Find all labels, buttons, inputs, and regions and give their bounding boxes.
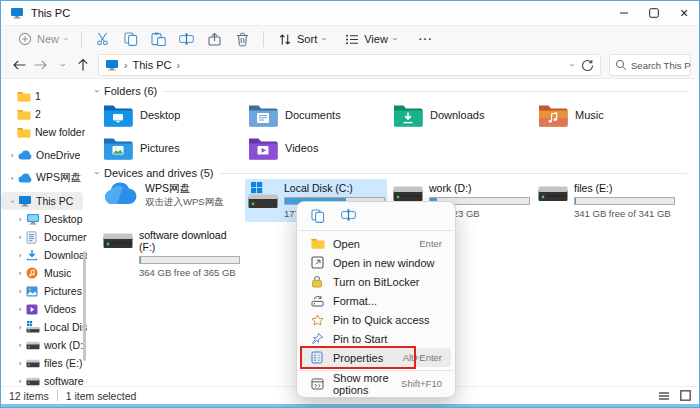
sidebar-item-software-downl[interactable]: ›software downl xyxy=(1,372,87,386)
drive-tile-wps[interactable]: WPS网盘双击进入WPS网盘 xyxy=(103,182,245,219)
sidebar-item-files-e[interactable]: ›files (E:) xyxy=(1,354,87,372)
breadcrumb-separator: › xyxy=(177,60,180,71)
sidebar-item-music[interactable]: ›Music xyxy=(1,264,87,282)
sidebar-item-label: Music xyxy=(44,267,71,279)
more-options-button[interactable]: ··· xyxy=(411,33,441,45)
chevron-right-icon[interactable]: › xyxy=(6,151,18,160)
menu-item-pin-to-quick-access[interactable]: Pin to Quick access xyxy=(301,310,451,329)
paste-button[interactable] xyxy=(145,28,172,51)
menu-item-open[interactable]: OpenEnter xyxy=(301,234,451,253)
chevron-right-icon[interactable]: › xyxy=(6,174,18,183)
drive-name: files (E:) xyxy=(574,182,677,194)
delete-button[interactable] xyxy=(229,28,256,51)
sidebar-item-label: 2 xyxy=(35,108,41,120)
sidebar-item-label: Pictures xyxy=(44,285,82,297)
drive-icon xyxy=(26,376,41,386)
close-button[interactable]: × xyxy=(669,1,699,25)
menu-item-properties[interactable]: PropertiesAlt+Enter xyxy=(301,348,451,367)
sidebar-item-local-disk-c[interactable]: ›Local Disk (C:) xyxy=(1,318,87,336)
view-icon xyxy=(345,33,359,46)
search-input[interactable] xyxy=(631,60,691,71)
desktop-icon xyxy=(26,213,41,225)
pin-icon xyxy=(311,332,326,345)
cloud-icon xyxy=(18,150,33,160)
sort-button[interactable]: Sort › xyxy=(271,28,332,51)
chevron-right-icon[interactable]: › xyxy=(14,323,26,332)
minimize-button[interactable] xyxy=(609,1,639,25)
chevron-right-icon[interactable]: › xyxy=(14,215,26,224)
chevron-right-icon[interactable]: › xyxy=(14,305,26,314)
folder-tile-downloads[interactable]: Downloads xyxy=(393,101,533,129)
sidebar-item-label: Videos xyxy=(44,303,76,315)
sidebar-item-documents[interactable]: ›Documents xyxy=(1,228,87,246)
rename-button[interactable] xyxy=(173,28,200,51)
folders-section-header[interactable]: › Folders (6) xyxy=(95,85,687,97)
copy-icon[interactable] xyxy=(311,209,325,223)
sidebar-item-2[interactable]: 2 xyxy=(1,105,87,123)
big-drive-icon xyxy=(393,182,423,202)
chevron-right-icon[interactable]: › xyxy=(14,341,26,350)
sidebar-item-work-d[interactable]: ›work (D:) xyxy=(1,336,87,354)
rename-icon[interactable] xyxy=(341,209,356,223)
menu-item-turn-on-bitlocker[interactable]: Turn on BitLocker xyxy=(301,272,451,291)
search-box[interactable] xyxy=(609,54,691,76)
forward-button[interactable] xyxy=(30,54,51,76)
chevron-right-icon[interactable]: › xyxy=(14,377,26,386)
folder-tile-videos[interactable]: Videos xyxy=(248,134,388,162)
bf-downloads-icon xyxy=(393,103,423,127)
drive-name: Local Disk (C:) xyxy=(284,182,385,194)
sidebar-item-onedrive[interactable]: ›OneDrive xyxy=(1,146,87,164)
folder-tile-pictures[interactable]: Pictures xyxy=(103,134,243,162)
sidebar-item-wps[interactable]: ›WPS网盘 xyxy=(1,169,87,187)
menu-item-label: Pin to Start xyxy=(333,333,387,345)
copy-button[interactable] xyxy=(117,28,144,51)
address-dropdown-icon[interactable]: › xyxy=(567,64,577,67)
cloud-icon xyxy=(18,173,33,183)
cut-button[interactable] xyxy=(89,28,116,51)
bf-videos-icon xyxy=(248,136,278,160)
sidebar-scrollbar[interactable] xyxy=(83,251,86,361)
disk-usage-bar xyxy=(574,197,675,205)
maximize-button[interactable] xyxy=(639,1,669,25)
new-button[interactable]: New › xyxy=(11,28,74,51)
folder-tile-documents[interactable]: Documents xyxy=(248,101,388,129)
sidebar-item-downloads[interactable]: ›Downloads xyxy=(1,246,87,264)
details-view-button[interactable] xyxy=(658,391,670,401)
sidebar-item-1[interactable]: 1 xyxy=(1,87,87,105)
refresh-button[interactable] xyxy=(581,59,594,72)
chevron-right-icon[interactable]: › xyxy=(14,251,26,260)
large-icons-view-button[interactable] xyxy=(680,390,691,401)
chevron-right-icon[interactable]: › xyxy=(14,233,26,242)
folder-tile-desktop[interactable]: Desktop xyxy=(103,101,243,129)
drives-section-header[interactable]: › Devices and drives (5) xyxy=(95,167,687,179)
menu-item-show-more-options[interactable]: Show more optionsShift+F10 xyxy=(301,374,451,393)
address-bar: › › This PC › › xyxy=(1,52,699,79)
drive-tile-software-download-f[interactable]: software download (F:)364 GB free of 365… xyxy=(103,229,245,278)
up-button[interactable] xyxy=(73,54,94,76)
drive-name: work (D:) xyxy=(429,182,532,194)
chevron-right-icon[interactable]: › xyxy=(14,287,26,296)
sidebar-item-this-pc[interactable]: ›This PC xyxy=(1,192,83,210)
folder-icon xyxy=(17,109,32,120)
history-chevron-icon[interactable]: › xyxy=(52,54,73,76)
chevron-down-icon[interactable]: › xyxy=(8,195,17,207)
menu-item-open-in-new-window[interactable]: Open in new window xyxy=(301,253,451,272)
drive-tile-files-e[interactable]: files (E:)341 GB free of 341 GB xyxy=(538,182,680,219)
share-button[interactable] xyxy=(201,28,228,51)
lock-icon xyxy=(311,275,326,288)
menu-item-pin-to-start[interactable]: Pin to Start xyxy=(301,329,451,348)
view-button[interactable]: View › xyxy=(338,28,403,51)
breadcrumb[interactable]: › This PC › › xyxy=(98,54,601,76)
sidebar-item-label: software downl xyxy=(44,375,87,386)
breadcrumb-this-pc[interactable]: This PC xyxy=(132,59,171,71)
sidebar-item-videos[interactable]: ›Videos xyxy=(1,300,87,318)
folder-tile-music[interactable]: Music xyxy=(538,101,678,129)
sidebar-item-pictures[interactable]: ›Pictures xyxy=(1,282,87,300)
chevron-right-icon[interactable]: › xyxy=(14,359,26,368)
menu-item-format[interactable]: Format... xyxy=(301,291,451,310)
drive-icon xyxy=(26,340,41,350)
back-button[interactable] xyxy=(9,54,30,76)
chevron-right-icon[interactable]: › xyxy=(14,269,26,278)
sidebar-item-desktop[interactable]: ›Desktop xyxy=(1,210,87,228)
sidebar-item-new-folder[interactable]: New folder xyxy=(1,123,87,141)
